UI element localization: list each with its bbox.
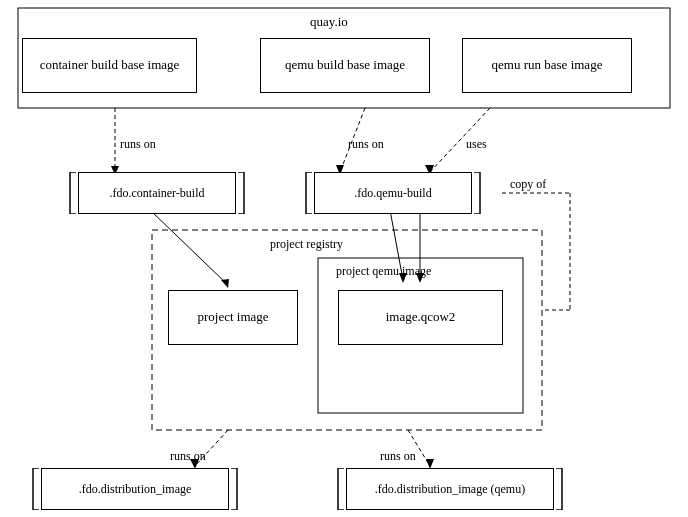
image-qcow2-node: image.qcow2	[338, 290, 503, 345]
fdo-distribution-image-label: .fdo.distribution_image	[41, 468, 229, 510]
fdo-qemu-build-node: .fdo.qemu-build	[298, 172, 488, 214]
fdo-distribution-image-node: .fdo.distribution_image	[25, 468, 245, 510]
svg-text:uses: uses	[466, 137, 487, 151]
container-build-base-node: container build base image	[22, 38, 197, 93]
fdo-container-build-node: .fdo.container-build	[62, 172, 252, 214]
svg-text:copy of: copy of	[510, 177, 546, 191]
quay-io-label: quay.io	[310, 14, 348, 30]
svg-text:runs on: runs on	[170, 449, 206, 463]
qemu-build-base-node: qemu build base image	[260, 38, 430, 93]
svg-text:runs on: runs on	[120, 137, 156, 151]
project-image-node: project image	[168, 290, 298, 345]
fdo-qemu-build-label: .fdo.qemu-build	[314, 172, 472, 214]
fdo-distribution-image-qemu-label: .fdo.distribution_image (qemu)	[346, 468, 554, 510]
project-registry-label: project registry	[270, 237, 343, 252]
fdo-container-build-label: .fdo.container-build	[78, 172, 236, 214]
fdo-distribution-image-qemu-node: .fdo.distribution_image (qemu)	[330, 468, 570, 510]
project-qemu-image-label: project qemu image	[336, 264, 431, 279]
svg-text:runs on: runs on	[348, 137, 384, 151]
qemu-run-base-node: qemu run base image	[462, 38, 632, 93]
svg-text:runs on: runs on	[380, 449, 416, 463]
diagram: runs on runs on uses copy of	[0, 0, 688, 517]
